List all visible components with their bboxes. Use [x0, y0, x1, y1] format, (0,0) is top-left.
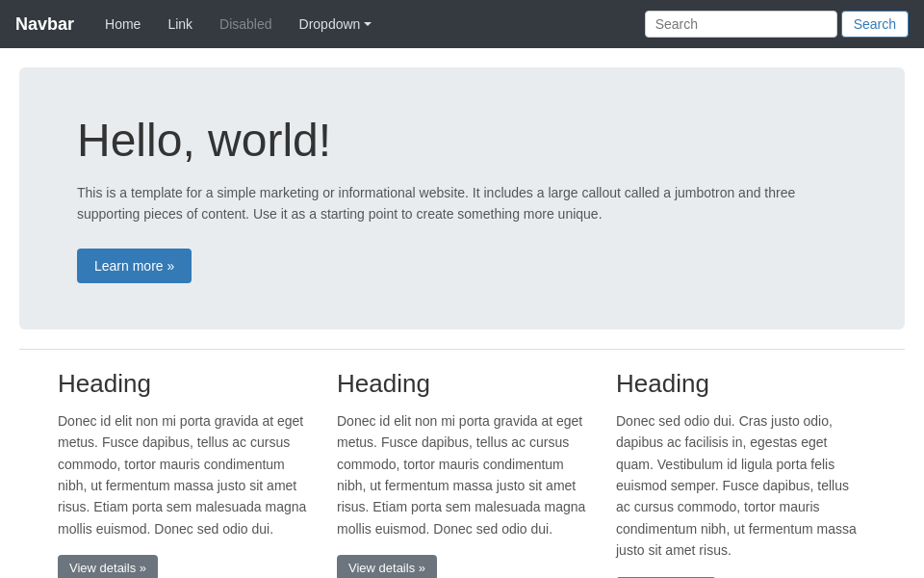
nav-link-link[interactable]: Link [156, 9, 204, 39]
card-3-heading: Heading [616, 369, 866, 399]
card-2-button[interactable]: View details » [337, 555, 437, 578]
navbar-brand[interactable]: Navbar [15, 14, 74, 35]
card-1-button[interactable]: View details » [58, 555, 158, 578]
nav-link-home[interactable]: Home [93, 9, 152, 39]
jumbotron: Hello, world! This is a template for a s… [19, 67, 905, 329]
jumbotron-description: This is a template for a simple marketin… [77, 182, 808, 225]
card-2-heading: Heading [337, 369, 587, 399]
jumbotron-heading: Hello, world! [77, 114, 847, 167]
navbar-nav: Home Link Disabled Dropdown [93, 9, 645, 39]
nav-link-disabled: Disabled [208, 9, 283, 39]
navbar-search: Search [645, 11, 909, 38]
card-1-body: Donec id elit non mi porta gravida at eg… [58, 410, 308, 539]
search-button[interactable]: Search [841, 11, 909, 38]
content-section: Heading Donec id elit non mi porta gravi… [0, 350, 924, 578]
search-input[interactable] [645, 11, 837, 38]
card-2-body: Donec id elit non mi porta gravida at eg… [337, 410, 587, 539]
nav-dropdown-label: Dropdown [299, 16, 361, 32]
card-3: Heading Donec sed odio dui. Cras justo o… [616, 369, 866, 578]
card-3-body: Donec sed odio dui. Cras justo odio, dap… [616, 410, 866, 562]
content-row: Heading Donec id elit non mi porta gravi… [58, 369, 866, 578]
nav-dropdown-toggle[interactable]: Dropdown [288, 9, 384, 39]
navbar: Navbar Home Link Disabled Dropdown Searc… [0, 0, 924, 48]
card-1-heading: Heading [58, 369, 308, 399]
dropdown-caret-icon [364, 22, 372, 26]
card-2: Heading Donec id elit non mi porta gravi… [337, 369, 587, 578]
card-1: Heading Donec id elit non mi porta gravi… [58, 369, 308, 578]
learn-more-button[interactable]: Learn more » [77, 249, 192, 283]
nav-dropdown: Dropdown [288, 9, 384, 39]
